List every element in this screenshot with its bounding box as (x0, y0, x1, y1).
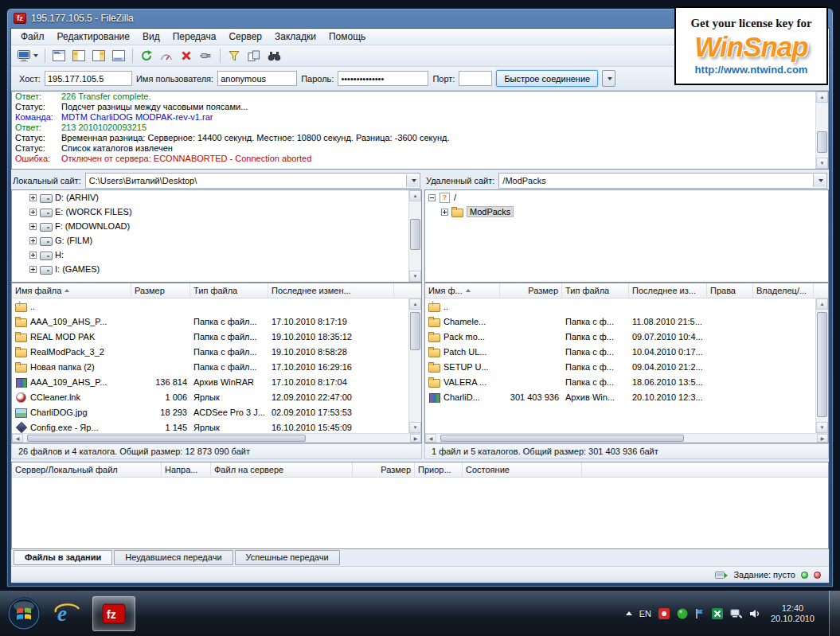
tree-item-drive[interactable]: H: (12, 248, 421, 262)
tree-item-root[interactable]: / (425, 190, 828, 205)
tab-queued-files[interactable]: Файлы в задании (14, 550, 112, 565)
scroll-right-arrow-icon[interactable]: ▶ (410, 434, 421, 443)
host-input[interactable] (45, 71, 132, 86)
scroll-left-arrow-icon[interactable]: ◀ (12, 434, 23, 443)
find-files-button[interactable] (264, 47, 283, 65)
tab-successful-transfers[interactable]: Успешные передачи (235, 550, 340, 565)
column-header-direction[interactable]: Напра... (162, 462, 211, 477)
scroll-down-arrow-icon[interactable]: ▼ (409, 271, 421, 282)
file-row[interactable]: .. (425, 298, 828, 314)
scroll-down-arrow-icon[interactable]: ▼ (409, 422, 421, 433)
expander-icon[interactable] (29, 209, 37, 216)
directory-comparison-button[interactable] (244, 47, 264, 65)
column-header-name[interactable]: Имя ф... (425, 283, 500, 298)
start-button[interactable] (6, 596, 41, 631)
tree-item-drive[interactable]: F: (MDOWNLOAD) (12, 219, 421, 233)
tray-volume-icon[interactable] (749, 609, 760, 618)
column-header-server-local-file[interactable]: Сервер/Локальный файл (12, 462, 162, 477)
column-header-type[interactable]: Тип файла (190, 283, 268, 298)
toggle-queue-button[interactable] (109, 47, 128, 65)
file-row[interactable]: CharliD...301 403 936Архив Win...20.10.2… (425, 389, 828, 404)
tab-failed-transfers[interactable]: Неудавшиеся передачи (114, 550, 232, 565)
column-header-size[interactable]: Размер (353, 462, 415, 477)
tray-green-x-icon[interactable] (712, 608, 723, 619)
local-list-vertical-scrollbar[interactable]: ▲ ▼ (408, 298, 421, 433)
tray-antivirus-icon[interactable] (677, 608, 688, 619)
file-row[interactable]: Patch UL...Папка с ф...10.04.2010 0:17..… (425, 344, 828, 359)
tray-flag-icon[interactable] (695, 608, 705, 619)
scrollbar-thumb[interactable] (410, 312, 420, 350)
scroll-left-arrow-icon[interactable]: ◀ (425, 434, 436, 443)
scroll-up-arrow-icon[interactable]: ▲ (816, 298, 828, 310)
file-row[interactable]: Pack mo...Папка с ф...09.07.2010 10:4... (425, 329, 828, 344)
expander-icon[interactable] (428, 194, 436, 201)
column-header-remote-file[interactable]: Файл на сервере (211, 462, 353, 477)
log-vertical-scrollbar[interactable]: ▲ ▼ (815, 92, 828, 169)
tree-item-drive[interactable]: E: (WORCK FILES) (12, 205, 421, 219)
username-input[interactable] (217, 71, 297, 86)
remote-path-combobox[interactable]: /ModPacks (498, 173, 827, 189)
scrollbar-thumb[interactable] (410, 219, 420, 250)
tree-item-drive[interactable]: D: (ARHIV) (12, 190, 421, 205)
combobox-arrow-button[interactable] (406, 174, 419, 187)
menu-transfer[interactable]: Передача (166, 29, 223, 44)
expander-icon[interactable] (29, 266, 37, 273)
column-header-size[interactable]: Размер (131, 283, 190, 298)
column-header-size[interactable]: Размер (500, 283, 562, 298)
tree-item-drive[interactable]: G: (FILM) (12, 233, 421, 248)
quickconnect-dropdown-button[interactable] (602, 70, 615, 87)
local-list-horizontal-scrollbar[interactable]: ◀ ▶ (12, 433, 421, 443)
combobox-arrow-button[interactable] (813, 174, 826, 187)
local-tree-vertical-scrollbar[interactable]: ▲ ▼ (408, 190, 421, 282)
menu-edit[interactable]: Редактирование (51, 29, 136, 44)
expander-icon[interactable] (29, 237, 37, 244)
expander-icon[interactable] (29, 252, 37, 259)
scrollbar-thumb[interactable] (27, 435, 306, 442)
language-indicator[interactable]: EN (639, 609, 651, 618)
file-row[interactable]: Новая папка (2)Папка с файл...17.10.2010… (12, 359, 421, 374)
remote-list-vertical-scrollbar[interactable]: ▲ ▼ (815, 298, 828, 433)
scroll-down-arrow-icon[interactable]: ▼ (816, 422, 828, 433)
show-hidden-icons-icon[interactable] (626, 611, 632, 615)
cancel-button[interactable] (177, 47, 196, 65)
quickconnect-button[interactable]: Быстрое соединение (496, 70, 598, 87)
column-header-name[interactable]: Имя файла (12, 283, 131, 298)
toggle-message-log-button[interactable] (49, 47, 68, 65)
tray-network-icon[interactable] (730, 608, 742, 618)
column-header-priority[interactable]: Приор... (415, 462, 463, 477)
file-row[interactable]: .. (12, 298, 421, 314)
scrollbar-thumb[interactable] (817, 131, 827, 154)
speed-limits-button[interactable] (157, 47, 176, 65)
file-row[interactable]: VALERA ...Папка с ф...18.06.2010 13:5... (425, 374, 828, 389)
scroll-up-arrow-icon[interactable]: ▲ (409, 190, 421, 201)
menu-file[interactable]: Файл (14, 29, 51, 44)
show-desktop-button[interactable] (829, 591, 840, 636)
taskbar-clock[interactable]: 12:40 20.10.2010 (771, 603, 815, 624)
menu-server[interactable]: Сервер (222, 29, 268, 44)
file-row[interactable]: Config.exe - Яр...1 145Ярлык16.10.2010 1… (12, 419, 421, 433)
column-header-modified[interactable]: Последнее измен... (268, 283, 394, 298)
column-header-permissions[interactable]: Права (707, 283, 753, 298)
file-row[interactable]: SETUP U...Папка с ф...09.04.2010 21:2... (425, 359, 828, 374)
file-row[interactable]: RealModPack_3_2Папка с файл...19.10.2010… (12, 344, 421, 359)
file-row[interactable]: CCleaner.lnk1 006Ярлык12.09.2010 22:47:0… (12, 389, 421, 404)
port-input[interactable] (459, 71, 492, 86)
scrollbar-thumb[interactable] (440, 435, 684, 442)
menu-bookmarks[interactable]: Закладки (268, 29, 322, 44)
menu-view[interactable]: Вид (136, 29, 166, 44)
file-row[interactable]: AAA_109_AHS_P...Папка с файл...17.10.201… (12, 314, 421, 329)
column-header-status[interactable]: Состояние (463, 462, 582, 477)
column-header-modified[interactable]: Последнее из... (629, 283, 707, 298)
file-row[interactable]: REAL MOD PAKПапка с файл...19.10.2010 18… (12, 329, 421, 344)
menu-help[interactable]: Помощь (322, 29, 372, 44)
password-input[interactable] (338, 71, 428, 86)
tree-item-drive[interactable]: I: (GAMES) (12, 262, 421, 276)
file-row[interactable]: CharliDOG.jpg18 293ACDSee Pro 3 J...02.0… (12, 404, 421, 419)
tree-item-modpacks[interactable]: ModPacks (425, 205, 828, 219)
toggle-remote-tree-button[interactable] (89, 47, 108, 65)
scroll-down-arrow-icon[interactable]: ▼ (816, 158, 828, 169)
taskbar-item-internet-explorer[interactable]: e (45, 596, 88, 631)
expander-icon[interactable] (29, 223, 37, 230)
scroll-up-arrow-icon[interactable]: ▲ (816, 92, 828, 103)
scroll-right-arrow-icon[interactable]: ▶ (817, 434, 828, 443)
